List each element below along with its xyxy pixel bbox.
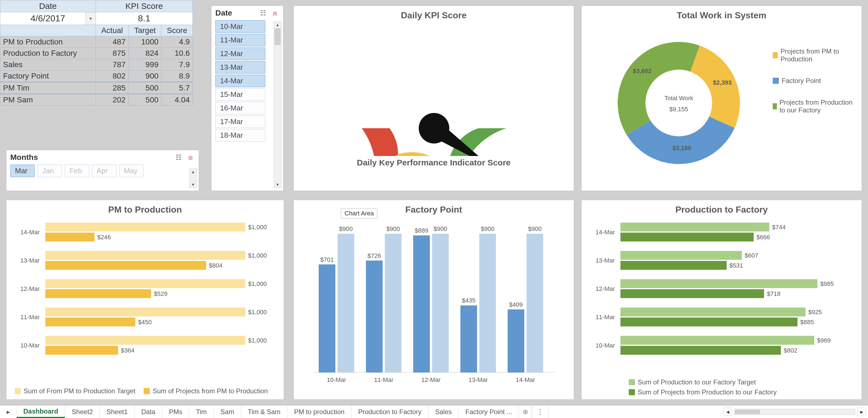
slicer-item-11-mar[interactable]: 11-Mar — [215, 34, 265, 46]
svg-rect-67 — [620, 261, 726, 270]
fp-chart: $701$90010-Mar$726$90011-Mar$889$90012-M… — [294, 217, 574, 395]
sheet-tab-dashboard[interactable]: Dashboard — [17, 406, 65, 418]
table-cell-actual: 875 — [96, 48, 128, 59]
add-sheet-button[interactable]: ⊕ — [519, 406, 532, 418]
horizontal-scrollbar[interactable]: ◀ ▶ — [723, 406, 868, 418]
svg-text:$1,000: $1,000 — [248, 309, 267, 316]
svg-rect-77 — [620, 317, 798, 326]
clear-filter-icon[interactable]: ⧆ — [186, 153, 195, 162]
svg-rect-65 — [620, 251, 742, 260]
sheet-tab-tim[interactable]: Tim — [189, 406, 214, 418]
svg-rect-39 — [366, 260, 382, 373]
svg-text:$435: $435 — [462, 297, 476, 304]
scrollbar-thumb[interactable] — [275, 28, 281, 45]
sheet-tab-sheet2[interactable]: Sheet2 — [65, 406, 100, 418]
sheet-tab-pm-to-production[interactable]: PM to production — [287, 406, 351, 418]
svg-rect-56 — [527, 234, 543, 373]
sheet-tab-production-to-factory[interactable]: Production to Factory — [351, 406, 429, 418]
production-to-factory-card: Production to Factory 14-Mar$744$66613-M… — [581, 200, 862, 400]
months-slicer-title: Months — [10, 153, 172, 162]
table-cell-target: 900 — [128, 70, 161, 82]
chevron-down-icon[interactable]: ▼ — [274, 181, 281, 187]
svg-rect-36 — [338, 234, 354, 373]
kpi-score-value: 8.1 — [96, 12, 192, 25]
svg-rect-11 — [45, 233, 94, 241]
kpi-date-dropdown[interactable]: 4/6/2017 — [0, 12, 96, 25]
slicer-item-12-mar[interactable]: 12-Mar — [215, 47, 265, 60]
slicer-item-18-mar[interactable]: 18-Mar — [215, 129, 265, 142]
legend-item: Projects from PM to Production — [773, 47, 856, 63]
tab-nav-prev[interactable]: ▸ — [0, 406, 17, 418]
table-cell-actual: 487 — [96, 36, 128, 48]
slicer-item-jan[interactable]: Jan — [37, 165, 62, 177]
donut-legend: Projects from PM to ProductionFactory Po… — [773, 47, 856, 114]
table-cell-score: 10.6 — [161, 48, 193, 59]
sheet-tab-sales[interactable]: Sales — [429, 406, 459, 418]
svg-text:$718: $718 — [767, 290, 780, 297]
scroll-right-icon[interactable]: ▶ — [858, 408, 866, 416]
slicer-item-10-mar[interactable]: 10-Mar — [215, 20, 265, 33]
date-slicer-title: Date — [215, 9, 256, 18]
kpi-score-header: KPI Score — [96, 0, 192, 12]
scroll-left-icon[interactable]: ◀ — [723, 408, 732, 416]
svg-text:$3,602: $3,602 — [633, 67, 652, 74]
svg-rect-16 — [45, 261, 206, 270]
svg-text:$246: $246 — [97, 234, 111, 241]
svg-text:13-Mar: 13-Mar — [595, 257, 615, 264]
sheet-tab-factory-point-[interactable]: Factory Point ... — [459, 406, 519, 418]
svg-text:11-Mar: 11-Mar — [595, 314, 615, 321]
svg-text:$900: $900 — [339, 225, 353, 232]
svg-text:$925: $925 — [808, 309, 822, 316]
pf-chart-title: Production to Factory — [582, 205, 862, 215]
chevron-up-icon[interactable]: ▲ — [274, 22, 281, 28]
multiselect-icon[interactable]: ☷ — [174, 153, 183, 162]
chevron-down-icon[interactable] — [86, 12, 96, 25]
pf-legend: Sum of Production to our Factory Target … — [629, 378, 777, 396]
slicer-item-may[interactable]: May — [119, 165, 144, 177]
sheet-tab-data[interactable]: Data — [135, 406, 162, 418]
months-slicer: Months ☷ ⧆ MarJanFebAprMay ▲ ▼ — [6, 150, 199, 191]
slicer-item-apr[interactable]: Apr — [92, 165, 117, 177]
slicer-item-17-mar[interactable]: 17-Mar — [215, 115, 265, 128]
pm-chart-title: PM to Production — [6, 205, 284, 215]
chevron-down-icon[interactable]: ▼ — [189, 181, 197, 187]
sheet-tab-tim-sam[interactable]: Tim & Sam — [241, 406, 287, 418]
svg-text:Total Work: Total Work — [664, 95, 693, 102]
kpi-date-value: 4/6/2017 — [31, 13, 65, 23]
svg-text:$1,000: $1,000 — [248, 337, 267, 344]
svg-text:$607: $607 — [745, 252, 758, 259]
sheet-tab-sheet1[interactable]: Sheet1 — [100, 406, 134, 418]
donut-title: Total Work in System — [582, 10, 862, 21]
tab-nav-more[interactable]: ⋮ — [532, 406, 549, 418]
svg-rect-26 — [45, 317, 135, 326]
svg-rect-82 — [620, 346, 781, 355]
donut-chart: Total Work$9,155$2,393$3,160$3,602 — [584, 25, 773, 181]
svg-rect-19 — [45, 279, 245, 288]
slicer-item-15-mar[interactable]: 15-Mar — [215, 88, 265, 101]
multiselect-icon[interactable]: ☷ — [259, 9, 268, 18]
scrollbar-thumb[interactable] — [735, 410, 760, 414]
svg-text:$9,155: $9,155 — [669, 106, 688, 113]
chevron-up-icon[interactable]: ▲ — [189, 169, 197, 175]
sheet-tab-sam[interactable]: Sam — [214, 406, 241, 418]
gauge-chart: 8.1 — [294, 23, 574, 156]
slicer-item-mar[interactable]: Mar — [10, 165, 35, 177]
slicer-item-14-mar[interactable]: 14-Mar — [215, 75, 265, 87]
slicer-item-feb[interactable]: Feb — [65, 165, 89, 177]
sheet-tab-pms[interactable]: PMs — [162, 406, 189, 418]
svg-text:10-Mar: 10-Mar — [327, 376, 346, 383]
svg-text:$900: $900 — [386, 225, 400, 232]
months-scrollbar[interactable]: ▲ ▼ — [189, 169, 197, 188]
svg-text:$3,160: $3,160 — [672, 145, 691, 151]
date-scrollbar[interactable]: ▲ ▼ — [274, 22, 281, 188]
svg-rect-24 — [45, 308, 245, 316]
slicer-item-13-mar[interactable]: 13-Mar — [215, 61, 265, 74]
slicer-item-16-mar[interactable]: 16-Mar — [215, 102, 265, 114]
svg-text:10-Mar: 10-Mar — [20, 342, 40, 349]
svg-text:$529: $529 — [154, 290, 167, 297]
svg-text:$666: $666 — [756, 234, 770, 241]
svg-rect-75 — [620, 308, 805, 316]
clear-filter-icon[interactable]: ⧆ — [270, 9, 279, 18]
total-work-donut-card: Total Work in System Total Work$9,155$2,… — [581, 5, 862, 191]
svg-text:$450: $450 — [138, 319, 152, 325]
